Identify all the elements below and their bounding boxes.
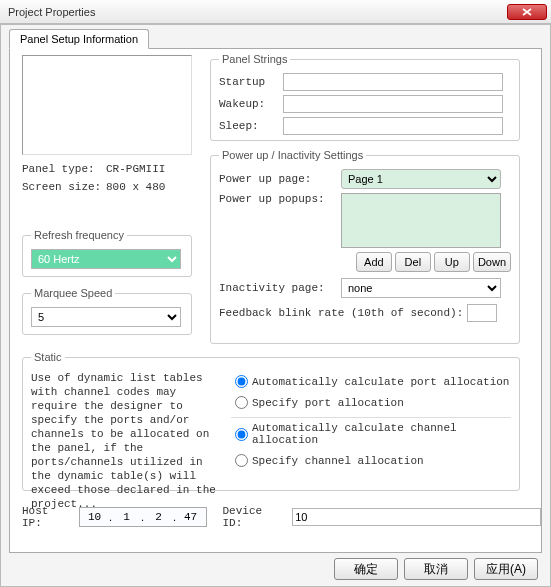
radio-specify-port-label: Specify port allocation — [252, 397, 404, 409]
screen-size-value: 800 x 480 — [106, 181, 165, 193]
host-ip-input[interactable]: 10. 1. 2. 47 — [79, 507, 207, 527]
sleep-input[interactable] — [283, 117, 503, 135]
powerup-group: Power up / Inactivity Settings Power up … — [210, 149, 520, 344]
refresh-legend: Refresh frequency — [31, 229, 127, 241]
inactivity-page-label: Inactivity page: — [219, 282, 337, 294]
ip-seg-b[interactable]: 1 — [114, 511, 140, 523]
marquee-speed-select[interactable]: 5 — [31, 307, 181, 327]
up-button[interactable]: Up — [434, 252, 470, 272]
radio-specify-channel[interactable] — [235, 454, 248, 467]
titlebar: Project Properties — [0, 0, 551, 24]
apply-button[interactable]: 应用(A) — [474, 558, 538, 580]
powerup-page-select[interactable]: Page 1 — [341, 169, 501, 189]
powerup-legend: Power up / Inactivity Settings — [219, 149, 366, 161]
startup-input[interactable] — [283, 73, 503, 91]
powerup-page-label: Power up page: — [219, 173, 337, 185]
panel-type-value: CR-PGMIII — [106, 163, 165, 175]
blink-rate-label: Feedback blink rate (10th of second): — [219, 307, 463, 319]
panel-preview — [22, 55, 192, 155]
panel-strings-group: Panel Strings Startup Wakeup: Sleep: — [210, 53, 520, 141]
device-id-input[interactable] — [292, 508, 541, 526]
screen-size-label: Screen size: — [22, 181, 102, 193]
window-title: Project Properties — [8, 6, 95, 18]
wakeup-input[interactable] — [283, 95, 503, 113]
close-button[interactable] — [507, 4, 547, 20]
radio-specify-port[interactable] — [235, 396, 248, 409]
wakeup-label: Wakeup: — [219, 98, 279, 110]
static-legend: Static — [31, 351, 65, 363]
refresh-frequency-group: Refresh frequency 60 Hertz — [22, 229, 192, 277]
radio-specify-channel-label: Specify channel allocation — [252, 455, 424, 467]
marquee-legend: Marquee Speed — [31, 287, 115, 299]
ip-seg-d[interactable]: 47 — [178, 511, 204, 523]
ok-button[interactable]: 确定 — [334, 558, 398, 580]
marquee-speed-group: Marquee Speed 5 — [22, 287, 192, 335]
refresh-frequency-select[interactable]: 60 Hertz — [31, 249, 181, 269]
radio-auto-channel-label: Automatically calculate channel allocati… — [252, 422, 511, 446]
sleep-label: Sleep: — [219, 120, 279, 132]
startup-label: Startup — [219, 76, 279, 88]
tab-page: Panel type: CR-PGMIII Screen size: 800 x… — [9, 48, 542, 553]
ip-seg-a[interactable]: 10 — [82, 511, 108, 523]
device-id-label: Device ID: — [223, 505, 289, 529]
host-ip-label: Host IP: — [22, 505, 75, 529]
radio-auto-port[interactable] — [235, 375, 248, 388]
blink-rate-input[interactable] — [467, 304, 497, 322]
static-description: Use of dynamic list tables with channel … — [31, 371, 221, 511]
powerup-popups-label: Power up popups: — [219, 193, 337, 205]
dialog-footer: 确定 取消 应用(A) — [334, 558, 538, 580]
dialog-body: Panel Setup Information Panel type: CR-P… — [0, 24, 551, 587]
ip-seg-c[interactable]: 2 — [146, 511, 172, 523]
panel-strings-legend: Panel Strings — [219, 53, 290, 65]
radio-auto-port-label: Automatically calculate port allocation — [252, 376, 509, 388]
del-button[interactable]: Del — [395, 252, 431, 272]
static-group: Static Use of dynamic list tables with c… — [22, 351, 520, 491]
down-button[interactable]: Down — [473, 252, 511, 272]
powerup-popups-list[interactable] — [341, 193, 501, 248]
radio-auto-channel[interactable] — [235, 428, 248, 441]
tab-panel-setup[interactable]: Panel Setup Information — [9, 29, 149, 49]
add-button[interactable]: Add — [356, 252, 392, 272]
close-icon — [522, 8, 532, 16]
tab-label: Panel Setup Information — [20, 33, 138, 45]
panel-type-label: Panel type: — [22, 163, 102, 175]
inactivity-page-select[interactable]: none — [341, 278, 501, 298]
cancel-button[interactable]: 取消 — [404, 558, 468, 580]
